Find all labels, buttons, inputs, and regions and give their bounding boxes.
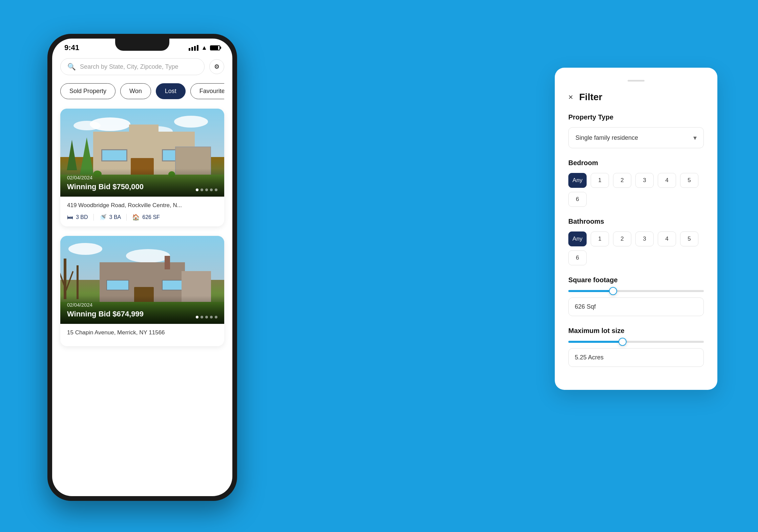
- status-icons: ▲: [189, 44, 220, 51]
- bedroom-btn-2[interactable]: 2: [613, 173, 631, 188]
- card-address-2: 15 Chapin Avenue, Merrick, NY 11566: [67, 329, 217, 336]
- sqft-slider[interactable]: [568, 290, 704, 292]
- sqft-slider-fill: [568, 290, 616, 292]
- filter-title: Filter: [579, 92, 602, 103]
- bathroom-btn-2[interactable]: 2: [613, 231, 631, 246]
- bathroom-buttons: Any 1 2 3 4 5 6: [568, 231, 704, 265]
- lot-size-slider-fill: [568, 341, 625, 343]
- card-address-1: 419 Woodbridge Road, Rockville Centre, N…: [67, 202, 217, 209]
- battery-icon: [210, 45, 220, 50]
- card-bid-1: Winning Bid $750,000: [67, 182, 217, 191]
- card-date-1: 02/04/2024: [67, 175, 217, 180]
- bath-icon: 🚿: [99, 214, 107, 221]
- bedroom-btn-5[interactable]: 5: [680, 173, 698, 188]
- phone-mockup: 9:41 ▲: [47, 34, 237, 501]
- card-stats-1: 🛏 3 BD 🚿 3 BA 🏠 626 SF: [67, 214, 217, 221]
- bathroom-btn-1[interactable]: 1: [591, 231, 609, 246]
- bathroom-btn-4[interactable]: 4: [658, 231, 676, 246]
- tab-sold-property[interactable]: Sold Property: [60, 83, 115, 99]
- stat-divider-2: [126, 214, 127, 221]
- sliders-icon: ⚙: [214, 63, 219, 70]
- signal-icon: [189, 45, 198, 51]
- bedroom-btn-3[interactable]: 3: [635, 173, 654, 188]
- tab-favourite[interactable]: Favourite: [190, 83, 224, 99]
- dot-1-1: [196, 189, 198, 191]
- status-time: 9:41: [64, 43, 79, 52]
- dot-1-5: [215, 189, 217, 191]
- card-bid-2: Winning Bid $674,999: [67, 310, 217, 318]
- bedroom-btn-1[interactable]: 1: [591, 173, 609, 188]
- search-icon: 🔍: [67, 63, 76, 71]
- dot-2-1: [196, 316, 198, 318]
- bedroom-buttons: Any 1 2 3 4 5 6: [568, 173, 704, 207]
- dot-1-4: [210, 189, 213, 191]
- card-dots-1: [196, 189, 217, 191]
- stat-divider-1: [93, 214, 94, 221]
- bedroom-label: Bedroom: [568, 159, 704, 167]
- bathroom-btn-5[interactable]: 5: [680, 231, 698, 246]
- filter-section-sqft: Square footage 626 Sqf: [568, 276, 704, 316]
- phone-notch: [115, 39, 169, 51]
- card-date-2: 02/04/2024: [67, 302, 217, 308]
- dot-2-2: [201, 316, 203, 318]
- card-sqft-1: 🏠 626 SF: [132, 214, 160, 221]
- bathroom-btn-any[interactable]: Any: [568, 231, 587, 246]
- bed-icon: 🛏: [67, 214, 73, 221]
- lot-size-label: Maximum lot size: [568, 327, 704, 335]
- sqft-slider-thumb[interactable]: [609, 287, 617, 295]
- bathroom-label: Bathrooms: [568, 218, 704, 225]
- property-type-select[interactable]: Single family residence ▾: [568, 127, 704, 148]
- card-overlay-1: 02/04/2024 Winning Bid $750,000: [60, 169, 224, 197]
- filter-section-lot-size: Maximum lot size 5.25 Acres: [568, 327, 704, 367]
- filter-section-bathroom: Bathrooms Any 1 2 3 4 5 6: [568, 218, 704, 265]
- filter-tabs: Sold Property Won Lost Favourite: [60, 83, 224, 99]
- tab-won[interactable]: Won: [120, 83, 151, 99]
- card-details-2: 15 Chapin Avenue, Merrick, NY 11566: [60, 324, 224, 346]
- dot-2-4: [210, 316, 213, 318]
- bedroom-btn-4[interactable]: 4: [658, 173, 676, 188]
- property-type-label: Property Type: [568, 113, 704, 121]
- property-card-1[interactable]: 02/04/2024 Winning Bid $750,000 419 Wo: [60, 109, 224, 226]
- bathroom-btn-3[interactable]: 3: [635, 231, 654, 246]
- filter-header: × Filter: [568, 92, 704, 103]
- filter-section-property-type: Property Type Single family residence ▾: [568, 113, 704, 148]
- property-image-2: 02/04/2024 Winning Bid $674,999: [60, 236, 224, 324]
- dot-2-5: [215, 316, 217, 318]
- bathroom-btn-6[interactable]: 6: [568, 250, 587, 265]
- house-icon: 🏠: [132, 214, 140, 221]
- chevron-down-icon: ▾: [693, 134, 697, 142]
- dot-1-2: [201, 189, 203, 191]
- phone-frame: 9:41 ▲: [47, 34, 237, 501]
- filter-section-bedroom: Bedroom Any 1 2 3 4 5 6: [568, 159, 704, 207]
- lot-size-slider[interactable]: [568, 341, 704, 343]
- search-bar: 🔍 Search by State, City, Zipcode, Type ⚙: [60, 58, 224, 75]
- bedroom-btn-6[interactable]: 6: [568, 192, 587, 207]
- filter-close-button[interactable]: ×: [568, 92, 573, 102]
- card-overlay-2: 02/04/2024 Winning Bid $674,999: [60, 296, 224, 324]
- card-beds-1: 🛏 3 BD: [67, 214, 88, 221]
- filter-handle: [628, 80, 645, 82]
- property-image-1: 02/04/2024 Winning Bid $750,000: [60, 109, 224, 197]
- filter-toggle-icon[interactable]: ⚙: [209, 59, 224, 74]
- filter-panel: × Filter Property Type Single family res…: [555, 68, 717, 390]
- dot-1-3: [205, 189, 208, 191]
- sqft-input[interactable]: 626 Sqf: [568, 297, 704, 316]
- card-details-1: 419 Woodbridge Road, Rockville Centre, N…: [60, 197, 224, 226]
- dot-2-3: [205, 316, 208, 318]
- search-input[interactable]: Search by State, City, Zipcode, Type: [80, 63, 178, 70]
- property-card-2[interactable]: 02/04/2024 Winning Bid $674,999 15 Cha: [60, 236, 224, 346]
- bedroom-btn-any[interactable]: Any: [568, 173, 587, 188]
- card-baths-1: 🚿 3 BA: [99, 214, 121, 221]
- card-dots-2: [196, 316, 217, 318]
- property-type-value: Single family residence: [575, 134, 638, 141]
- lot-size-slider-thumb[interactable]: [618, 338, 627, 346]
- phone-screen: 9:41 ▲: [52, 39, 232, 496]
- search-input-wrap[interactable]: 🔍 Search by State, City, Zipcode, Type: [60, 58, 205, 75]
- wifi-icon: ▲: [201, 44, 207, 51]
- phone-content: 🔍 Search by State, City, Zipcode, Type ⚙…: [52, 52, 232, 356]
- tab-lost[interactable]: Lost: [156, 83, 186, 99]
- acres-input[interactable]: 5.25 Acres: [568, 348, 704, 367]
- sqft-label: Square footage: [568, 276, 704, 284]
